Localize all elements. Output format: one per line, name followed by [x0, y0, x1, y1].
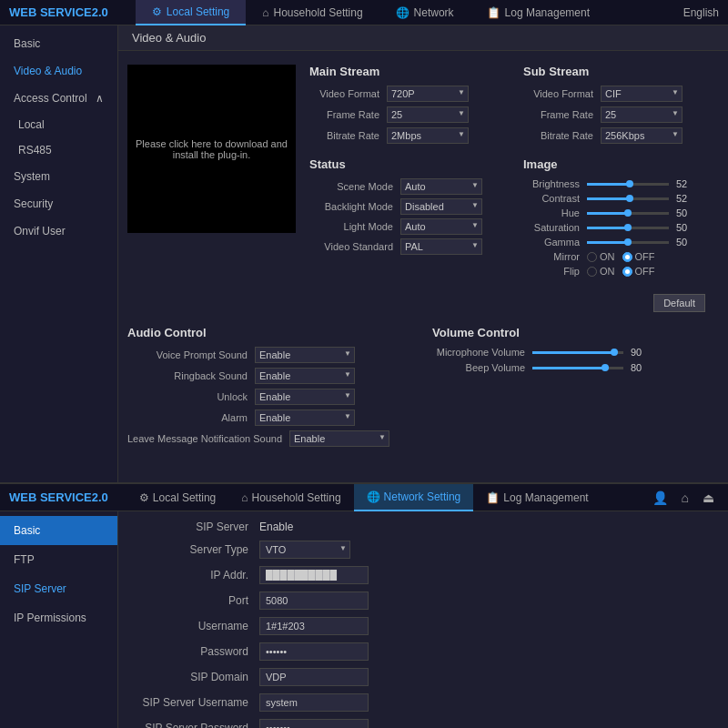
language-selector[interactable]: English [683, 6, 719, 19]
bottom-nav-log-management[interactable]: 📋 Log Management [473, 484, 601, 511]
sidebar-item-ip-permissions[interactable]: IP Permissions [0, 603, 117, 632]
sidebar-item-onvif-user[interactable]: Onvif User [0, 217, 117, 245]
sidebar-sub-rs485[interactable]: RS485 [0, 137, 117, 163]
gamma-label: Gamma [523, 237, 587, 248]
ms-video-format-select[interactable]: 720P1080PD1 [387, 86, 469, 102]
default-button[interactable]: Default [653, 294, 705, 312]
video-standard-select[interactable]: PALNTSC [400, 238, 482, 255]
left-sidebar-top: Basic Video & Audio Access Control ∧ Loc… [0, 25, 118, 482]
microphone-volume-row: Microphone Volume 90 [432, 347, 719, 358]
beep-track[interactable] [532, 367, 623, 369]
flip-on-option[interactable]: ON [587, 266, 615, 277]
mirror-off-option[interactable]: OFF [622, 251, 655, 262]
sidebar-item-system[interactable]: System [0, 163, 117, 190]
light-mode-select[interactable]: AutoManual [400, 218, 482, 235]
backlight-mode-select-wrapper: DisabledEnabled [400, 198, 482, 215]
port-label: Port [132, 594, 259, 607]
sidebar-item-video-audio[interactable]: Video & Audio [0, 57, 117, 85]
beep-thumb [602, 364, 609, 371]
microphone-track[interactable] [532, 351, 623, 354]
backlight-mode-label: Backlight Mode [309, 201, 400, 212]
ms-bitrate-select[interactable]: 2Mbps1Mbps512Kbps [387, 127, 469, 144]
ss-video-format-select[interactable]: CIFD1720P [601, 86, 682, 102]
ss-bitrate-select[interactable]: 256Kbps512Kbps128Kbps [601, 127, 682, 144]
microphone-volume-label: Microphone Volume [432, 347, 532, 358]
port-input[interactable] [259, 592, 369, 610]
sip-domain-input[interactable] [259, 668, 369, 686]
backlight-mode-row: Backlight Mode DisabledEnabled [309, 198, 505, 215]
ss-frame-rate-row: Frame Rate 2515 [523, 106, 719, 123]
alarm-select[interactable]: EnableDisable [255, 410, 355, 426]
sidebar-item-security[interactable]: Security [0, 190, 117, 217]
top-nav-household-setting[interactable]: ⌂ Household Setting [246, 0, 379, 25]
top-nav-log-management[interactable]: 📋 Log Management [470, 0, 606, 25]
sidebar-sub-local[interactable]: Local [0, 112, 117, 137]
main-top: Video & Audio Please click here to downl… [118, 25, 728, 482]
hue-row: Hue 50 [523, 207, 719, 218]
bottom-nav-household-setting[interactable]: ⌂ Household Setting [228, 484, 353, 511]
sidebar-item-ftp[interactable]: FTP [0, 545, 117, 574]
sidebar-item-sip-server[interactable]: SIP Server [0, 574, 117, 603]
ss-bitrate-select-wrapper: 256Kbps512Kbps128Kbps [601, 127, 682, 144]
flip-on-label: ON [600, 266, 615, 277]
network-icon: 🌐 [396, 6, 410, 19]
contrast-track[interactable] [587, 197, 669, 200]
sip-domain-row: SIP Domain [132, 668, 714, 686]
ms-frame-rate-select[interactable]: 251510 [387, 106, 469, 123]
top-body: Please click here to download and instal… [118, 60, 728, 317]
flip-off-option[interactable]: OFF [622, 266, 655, 277]
status-col: Status Scene Mode AutoIndoorOutdoor [309, 157, 505, 280]
settings-panels: Main Stream Video Format 720P1080PD1 [309, 65, 719, 312]
video-preview[interactable]: Please click here to download and instal… [127, 65, 296, 233]
brightness-track[interactable] [587, 183, 669, 186]
bottom-nav-network-setting[interactable]: 🌐 Network Setting [354, 484, 474, 511]
audio-section: Audio Control Voice Prompt Sound EnableD… [118, 321, 728, 456]
top-content: Basic Video & Audio Access Control ∧ Loc… [0, 25, 728, 482]
sip-server-username-input[interactable] [259, 693, 369, 712]
brightness-fill [587, 183, 630, 186]
sidebar-item-access-control[interactable]: Access Control ∧ [0, 85, 117, 112]
main-bottom: SIP Server Enable Server Type VTOSIP IP … [118, 511, 728, 728]
top-nav-local-setting[interactable]: ⚙ Local Setting [136, 0, 246, 25]
ms-frame-rate-label: Frame Rate [309, 109, 387, 120]
top-navbar: WEB SERVICE2.0 ⚙ Local Setting ⌂ Househo… [0, 0, 728, 25]
unlock-select[interactable]: EnableDisable [255, 389, 355, 405]
exit-icon-btn[interactable]: ⏏ [698, 489, 719, 507]
sidebar-item-basic[interactable]: Basic [0, 30, 117, 57]
ip-addr-input[interactable] [259, 566, 369, 584]
username-label: Username [132, 620, 259, 632]
user-icon-btn[interactable]: 👤 [648, 489, 672, 507]
top-nav-network[interactable]: 🌐 Network [379, 0, 470, 25]
gamma-row: Gamma 50 [523, 237, 719, 248]
server-type-select[interactable]: VTOSIP [259, 541, 350, 559]
mirror-on-circle [587, 252, 597, 262]
ms-video-format-row: Video Format 720P1080PD1 [309, 86, 505, 102]
volume-control-title: Volume Control [432, 326, 719, 339]
ss-video-format-label: Video Format [523, 88, 601, 99]
unlock-row: Unlock EnableDisable [127, 389, 414, 405]
saturation-track[interactable] [587, 227, 669, 229]
sip-server-password-input[interactable] [259, 719, 369, 728]
brightness-label: Brightness [523, 178, 587, 189]
brightness-row: Brightness 52 [523, 178, 719, 189]
backlight-mode-select[interactable]: DisabledEnabled [400, 198, 482, 215]
alarm-select-wrapper: EnableDisable [255, 410, 355, 426]
gamma-track[interactable] [587, 241, 669, 244]
password-input[interactable] [259, 642, 369, 661]
sidebar-item-basic-bottom[interactable]: Basic [0, 516, 117, 545]
voice-prompt-select[interactable]: EnableDisable [255, 347, 355, 363]
mirror-on-option[interactable]: ON [587, 251, 615, 262]
bottom-nav-local-setting[interactable]: ⚙ Local Setting [126, 484, 228, 511]
nav-icons: 👤 ⌂ ⏏ [648, 489, 719, 507]
contrast-label: Contrast [523, 193, 587, 204]
username-input[interactable] [259, 617, 369, 635]
ss-frame-rate-select[interactable]: 2515 [601, 106, 682, 123]
home-icon-btn[interactable]: ⌂ [677, 489, 693, 507]
scene-mode-select[interactable]: AutoIndoorOutdoor [400, 178, 482, 195]
leave-message-select[interactable]: EnableDisable [289, 430, 389, 447]
video-standard-row: Video Standard PALNTSC [309, 238, 505, 255]
main-stream-title: Main Stream [309, 65, 505, 78]
ringback-select[interactable]: EnableDisable [255, 368, 355, 384]
audio-control-col: Audio Control Voice Prompt Sound EnableD… [127, 326, 414, 451]
hue-track[interactable] [587, 212, 669, 215]
